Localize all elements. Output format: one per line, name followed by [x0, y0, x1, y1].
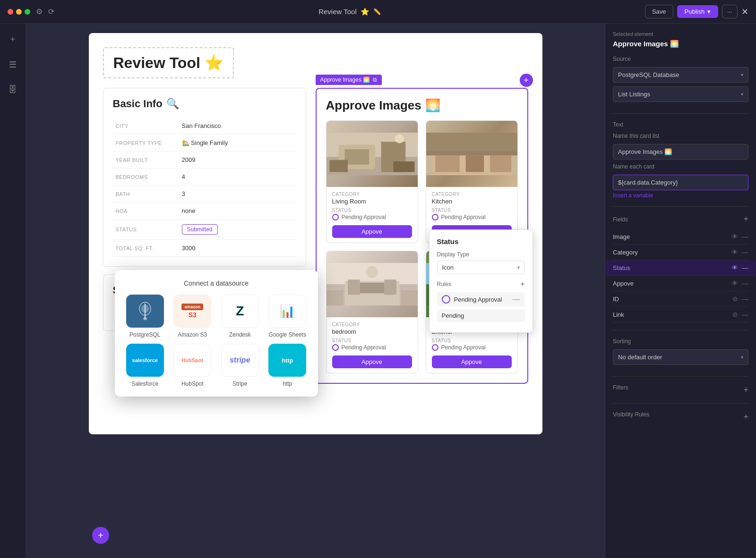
add-rule-icon[interactable]: + — [520, 280, 524, 288]
hide-icon[interactable]: ⊘ — [732, 311, 738, 318]
settings-icon[interactable]: ⚙ — [36, 7, 43, 16]
selected-element-title: Approve Images 🌅 — [613, 40, 748, 48]
remove-icon[interactable]: — — [742, 233, 748, 240]
publish-button[interactable]: Publish ▾ — [677, 5, 719, 18]
field-row-appove: Appove 👁 — — [613, 276, 748, 291]
google-sheets-logo: 📊 — [268, 295, 306, 328]
status-label: STATUS — [432, 338, 512, 343]
datasource-hubspot[interactable]: HubSpot HubSpot — [172, 344, 214, 387]
datasource-stripe[interactable]: stripe Stripe — [219, 344, 261, 387]
category-label: CATEGORY — [332, 192, 412, 197]
add-visibility-button[interactable]: + — [743, 412, 748, 422]
insert-variable-link[interactable]: Insert a variable — [613, 192, 748, 199]
remove-icon[interactable]: — — [742, 311, 748, 318]
save-button[interactable]: Save — [645, 5, 673, 18]
approve-button-exterior[interactable]: Appove — [432, 355, 512, 368]
remove-rule-icon[interactable]: — — [513, 295, 520, 304]
history-icon[interactable]: ⟳ — [48, 7, 54, 16]
add-field-button[interactable]: + — [743, 214, 748, 224]
status-value: Pending Approval — [332, 214, 412, 220]
left-sidebar: ＋ ☰ 🗄 — [0, 24, 26, 558]
selected-element-label: Selected element — [613, 31, 748, 37]
show-icon[interactable]: 👁 — [731, 248, 738, 256]
image-card-living-room: CATEGORY Living Room STATUS Pending Appr… — [326, 120, 418, 243]
add-filter-button[interactable]: + — [743, 385, 748, 395]
hide-icon[interactable]: ⊘ — [732, 295, 738, 303]
datasource-amazon-s3[interactable]: amazon S3 Amazon S3 — [172, 295, 214, 338]
table-row: BEDROOMS 4 — [113, 169, 296, 186]
living-room-image — [326, 121, 418, 187]
basic-info-card: Basic Info 🔍 CITY San Francisco PROPERTY… — [103, 88, 306, 267]
field-actions-appove: 👁 — — [731, 279, 748, 287]
name-each-card-input[interactable]: ${card.data.Category} — [613, 175, 748, 190]
field-actions-link: ⊘ — — [732, 311, 748, 318]
rules-label: Rules — [437, 281, 452, 287]
svg-rect-19 — [348, 279, 360, 295]
svg-point-37 — [143, 317, 147, 320]
display-type-select[interactable]: Icon ▾ — [437, 261, 525, 274]
field-row-image: Image 👁 — — [613, 229, 748, 245]
text-section: Text Name this card list Approve Images … — [613, 121, 748, 207]
datasource-http[interactable]: http http — [266, 344, 309, 387]
datasource-postgresql[interactable]: PostgreSQL — [124, 295, 166, 338]
close-button[interactable]: ✕ — [741, 7, 748, 17]
field-name-status: Status — [613, 264, 630, 271]
status-label: STATUS — [332, 208, 412, 213]
database-icon[interactable]: 🗄 — [5, 81, 21, 99]
rule-item-pending: Pending — [437, 309, 525, 322]
show-icon[interactable]: 👁 — [731, 279, 738, 287]
table-row: TOTAL SQ. FT. 3000 — [113, 240, 296, 257]
field-row-id: ID ⊘ — — [613, 291, 748, 307]
svg-rect-11 — [426, 151, 517, 156]
show-icon[interactable]: 👁 — [731, 233, 738, 240]
copy-icon[interactable]: ⧉ — [373, 76, 377, 83]
page-title-box[interactable]: Review Tool ⭐ — [103, 47, 234, 78]
rule-text: Pending Approval — [454, 296, 509, 303]
chevron-down-icon: ▾ — [741, 92, 743, 97]
basic-info-title: Basic Info 🔍 — [113, 98, 296, 110]
title-text: Review Tool — [318, 8, 357, 16]
show-icon[interactable]: 👁 — [731, 264, 738, 271]
status-value: Pending Approval — [432, 344, 512, 351]
approve-button-bedroom[interactable]: Appove — [332, 355, 412, 368]
living-room-card-body: CATEGORY Living Room STATUS Pending Appr… — [326, 187, 418, 243]
sorting-select[interactable]: No default order ▾ — [613, 349, 748, 365]
maximize-dot[interactable] — [25, 9, 30, 15]
name-card-list-label: Name this card list — [613, 133, 748, 139]
remove-icon[interactable]: — — [742, 279, 748, 287]
layers-icon[interactable]: ☰ — [5, 56, 20, 74]
svg-rect-21 — [360, 283, 384, 294]
svg-rect-22 — [326, 290, 343, 305]
datasource-salesforce[interactable]: salesforce Salesforce — [124, 344, 166, 387]
datasource-google-sheets[interactable]: 📊 Google Sheets — [266, 295, 309, 338]
add-icon[interactable]: ＋ — [5, 29, 21, 48]
svg-rect-20 — [384, 279, 396, 295]
bedroom-card-body: CATEGORY bedroom STATUS Pending Approval… — [326, 317, 418, 373]
field-name-id: ID — [613, 296, 619, 303]
close-dot[interactable] — [8, 9, 13, 15]
basic-info-table: CITY San Francisco PROPERTY TYPE 🏡 Singl… — [113, 118, 296, 257]
datasource-zendesk[interactable]: Z Zendesk — [219, 295, 261, 338]
rule-status-icon — [442, 295, 450, 304]
approve-button-living-room[interactable]: Appove — [332, 225, 412, 238]
datasource-grid: PostgreSQL amazon S3 Amazon S3 Z — [124, 295, 309, 387]
edit-icon[interactable]: ✏️ — [373, 8, 381, 15]
svg-point-24 — [366, 266, 378, 278]
source-list-select[interactable]: List Listings ▾ — [613, 86, 748, 102]
source-db-select[interactable]: PostgreSQL Database ▾ — [613, 67, 748, 83]
remove-icon[interactable]: — — [742, 264, 748, 271]
rule-item-pending-approval: Pending Approval — — [437, 292, 525, 306]
image-card-bedroom: CATEGORY bedroom STATUS Pending Approval… — [326, 251, 418, 373]
status-icon — [432, 214, 438, 220]
field-row-status[interactable]: Status 👁 — — [605, 260, 756, 276]
remove-icon[interactable]: — — [742, 295, 748, 303]
publish-label: Publish — [685, 8, 705, 15]
remove-icon[interactable]: — — [742, 248, 748, 256]
approve-images-panel: Approve Images 🌅 ⧉ Approve Images 🌅 — [316, 88, 528, 384]
add-page-button[interactable]: + — [92, 527, 109, 544]
add-element-button[interactable]: + — [520, 74, 533, 87]
more-button[interactable]: ··· — [722, 5, 738, 18]
minimize-dot[interactable] — [16, 9, 22, 15]
name-card-list-input[interactable]: Approve Images 🌅 — [613, 144, 748, 160]
datasource-popup: Connect a datasource PostgreSQL — [115, 270, 318, 397]
